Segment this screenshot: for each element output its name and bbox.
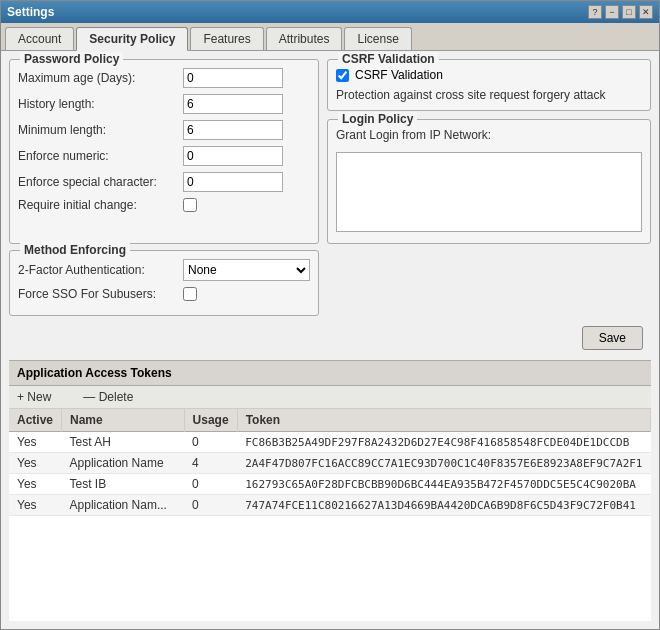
tokens-section: Application Access Tokens + New — Delete… [9,360,651,621]
top-section: Password Policy Maximum age (Days): Hist… [9,59,651,244]
tab-security-policy[interactable]: Security Policy [76,27,188,51]
csrf-checkbox-label: CSRF Validation [355,68,443,82]
cell-usage: 0 [184,474,237,495]
minimize-button[interactable]: − [605,5,619,19]
tokens-table: Active Name Usage Token Yes Test AH 0 FC… [9,409,651,516]
cell-active: Yes [9,495,62,516]
cell-token: 162793C65A0F28DFCBCBB90D6BC444EA935B472F… [237,474,650,495]
enforce-numeric-label: Enforce numeric: [18,149,183,163]
two-factor-row: 2-Factor Authentication: None Optional R… [18,259,310,281]
login-ip-row: Grant Login from IP Network: [336,128,642,142]
password-policy-box: Password Policy Maximum age (Days): Hist… [9,59,319,244]
tab-attributes[interactable]: Attributes [266,27,343,50]
method-enforcing-box: Method Enforcing 2-Factor Authentication… [9,250,319,316]
csrf-validation-box: CSRF Validation CSRF Validation Protecti… [327,59,651,111]
require-initial-label: Require initial change: [18,198,183,212]
settings-window: Settings ? − □ ✕ Account Security Policy… [0,0,660,630]
tokens-table-container: Active Name Usage Token Yes Test AH 0 FC… [9,409,651,621]
login-ip-label: Grant Login from IP Network: [336,128,491,142]
col-usage: Usage [184,409,237,432]
min-length-input[interactable] [183,120,283,140]
csrf-checkbox-row: CSRF Validation [336,68,642,82]
login-policy-box: Login Policy Grant Login from IP Network… [327,119,651,244]
table-row[interactable]: Yes Test AH 0 FC86B3B25A49DF297F8A2432D6… [9,432,651,453]
cell-name: Test IB [62,474,185,495]
method-enforcing-title: Method Enforcing [20,243,130,257]
close-button[interactable]: ✕ [639,5,653,19]
csrf-description: Protection against cross site request fo… [336,88,642,102]
new-token-button[interactable]: + New [17,390,51,404]
cell-name: Application Name [62,453,185,474]
force-sso-checkbox[interactable] [183,287,197,301]
save-button[interactable]: Save [582,326,643,350]
enforce-special-row: Enforce special character: [18,172,310,192]
col-active: Active [9,409,62,432]
cell-usage: 0 [184,495,237,516]
tokens-header: Application Access Tokens [9,361,651,386]
table-row[interactable]: Yes Test IB 0 162793C65A0F28DFCBCBB90D6B… [9,474,651,495]
history-length-label: History length: [18,97,183,111]
csrf-title: CSRF Validation [338,52,439,66]
cell-token: FC86B3B25A49DF297F8A2432D6D27E4C98F41685… [237,432,650,453]
history-length-row: History length: [18,94,310,114]
cell-usage: 4 [184,453,237,474]
login-ip-textarea[interactable] [336,152,642,232]
cell-active: Yes [9,453,62,474]
min-length-label: Minimum length: [18,123,183,137]
new-token-label: + New [17,390,51,404]
cell-token: 747A74FCE11C80216627A13D4669BA4420DCA6B9… [237,495,650,516]
tabs-bar: Account Security Policy Features Attribu… [1,23,659,51]
history-length-input[interactable] [183,94,283,114]
tab-features[interactable]: Features [190,27,263,50]
table-row[interactable]: Yes Application Nam... 0 747A74FCE11C802… [9,495,651,516]
cell-active: Yes [9,432,62,453]
window-title: Settings [7,5,54,19]
maximize-button[interactable]: □ [622,5,636,19]
window-controls: ? − □ ✕ [588,5,653,19]
require-initial-row: Require initial change: [18,198,310,212]
delete-token-button[interactable]: — Delete [83,390,133,404]
cell-name: Test AH [62,432,185,453]
max-age-input[interactable] [183,68,283,88]
cell-name: Application Nam... [62,495,185,516]
require-initial-checkbox[interactable] [183,198,197,212]
enforce-numeric-input[interactable] [183,146,283,166]
col-name: Name [62,409,185,432]
csrf-checkbox[interactable] [336,69,349,82]
enforce-numeric-row: Enforce numeric: [18,146,310,166]
login-policy-title: Login Policy [338,112,417,126]
two-factor-select[interactable]: None Optional Required [183,259,310,281]
tab-account[interactable]: Account [5,27,74,50]
content-area: Password Policy Maximum age (Days): Hist… [1,51,659,629]
delete-token-label: — Delete [83,390,133,404]
table-header-row: Active Name Usage Token [9,409,651,432]
force-sso-label: Force SSO For Subusers: [18,287,183,301]
col-token: Token [237,409,650,432]
table-row[interactable]: Yes Application Name 4 2A4F47D807FC16ACC… [9,453,651,474]
cell-usage: 0 [184,432,237,453]
min-length-row: Minimum length: [18,120,310,140]
title-bar: Settings ? − □ ✕ [1,1,659,23]
enforce-special-input[interactable] [183,172,283,192]
force-sso-row: Force SSO For Subusers: [18,287,310,301]
enforce-special-label: Enforce special character: [18,175,183,189]
max-age-label: Maximum age (Days): [18,71,183,85]
tokens-toolbar: + New — Delete [9,386,651,409]
method-enforcing-section: Method Enforcing 2-Factor Authentication… [9,250,651,316]
help-button[interactable]: ? [588,5,602,19]
tab-license[interactable]: License [344,27,411,50]
save-row: Save [9,322,651,354]
cell-token: 2A4F47D807FC16ACC89CC7A1EC93D700C1C40F83… [237,453,650,474]
two-factor-label: 2-Factor Authentication: [18,263,183,277]
cell-active: Yes [9,474,62,495]
max-age-row: Maximum age (Days): [18,68,310,88]
password-policy-title: Password Policy [20,52,123,66]
right-section: CSRF Validation CSRF Validation Protecti… [327,59,651,244]
